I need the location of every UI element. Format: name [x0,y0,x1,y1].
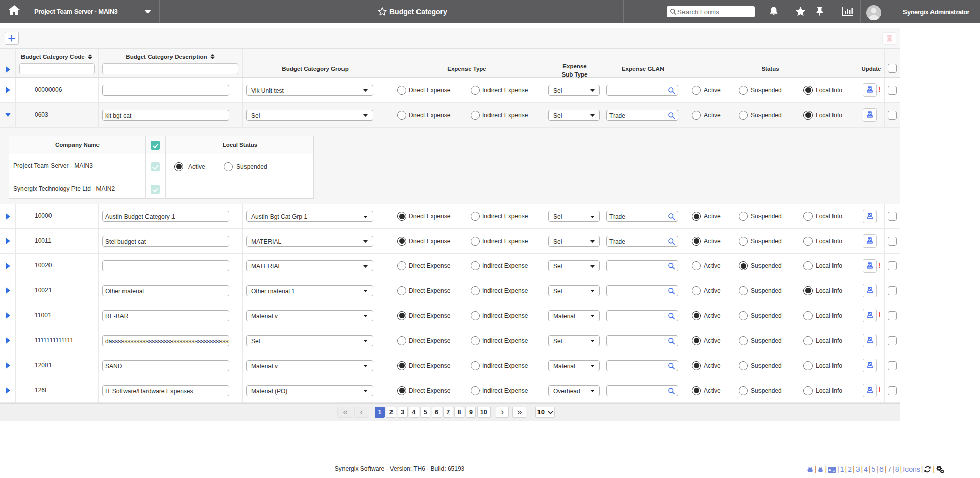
svg-text:z: z [833,469,835,472]
svg-text:A: A [828,468,831,472]
